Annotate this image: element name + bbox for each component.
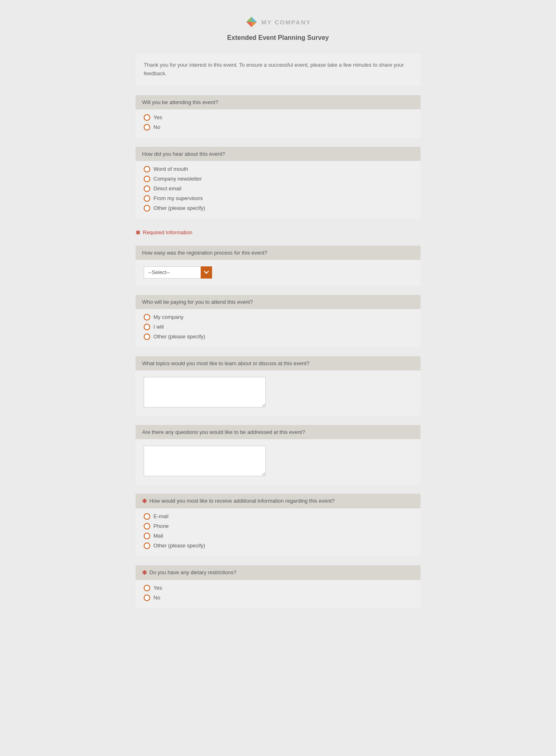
radio-option-q2-0[interactable]: Word of mouth (144, 166, 412, 172)
question-block-q4: Who will be paying for you to attend thi… (136, 295, 420, 347)
radio-option-q8-1[interactable]: No (144, 595, 412, 601)
question-text-q7: How would you most like to receive addit… (149, 498, 335, 504)
intro-text: Thank you for your interest in this even… (136, 54, 420, 85)
radio-label-q7-3: Other (please specify) (153, 542, 205, 549)
question-body-q5 (136, 370, 420, 416)
question-header-q7: ✻ How would you most like to receive add… (136, 494, 420, 508)
question-body-q3: --Select-- Very Easy Easy Neutral Diffic… (136, 260, 420, 286)
radio-option-q2-1[interactable]: Company newsletter (144, 176, 412, 182)
radio-circle-q2-0 (144, 166, 150, 172)
radio-option-q4-1[interactable]: I will (144, 324, 412, 330)
radio-circle-q7-2 (144, 533, 150, 539)
radio-option-q2-3[interactable]: From my supervisors (144, 195, 412, 202)
radio-circle-q8-0 (144, 585, 150, 591)
radio-option-q8-0[interactable]: Yes (144, 585, 412, 591)
radio-circle-q7-1 (144, 523, 150, 529)
radio-circle-q4-2 (144, 333, 150, 340)
radio-option-q7-2[interactable]: Mail (144, 533, 412, 539)
radio-label-q8-0: Yes (153, 585, 162, 591)
question-header-q6: Are there any questions you would like t… (136, 425, 420, 439)
required-info-line: ✻ Required Information (136, 228, 420, 237)
radio-circle-q2-4 (144, 205, 150, 211)
question-header-q5: What topics would you most like to learn… (136, 356, 420, 370)
question-header-q3: How easy was the registration process fo… (136, 246, 420, 260)
required-info-text: Required Information (143, 229, 192, 235)
logo-icon (245, 15, 258, 28)
radio-option-q1-1[interactable]: No (144, 124, 412, 131)
question-text-q3: How easy was the registration process fo… (142, 250, 267, 256)
required-star-q8: ✻ (142, 569, 147, 576)
radio-circle-q1-1 (144, 124, 150, 131)
radio-option-q4-0[interactable]: My company (144, 314, 412, 320)
question-block-q8: ✻ Do you have any dietary restrictions? … (136, 565, 420, 608)
textarea-q6[interactable] (144, 446, 266, 476)
question-body-q1: Yes No (136, 109, 420, 138)
question-text-q5: What topics would you most like to learn… (142, 360, 309, 366)
question-text-q8: Do you have any dietary restrictions? (149, 569, 236, 575)
question-text-q6: Are there any questions you would like t… (142, 429, 305, 435)
radio-circle-q4-1 (144, 324, 150, 330)
question-block-q7: ✻ How would you most like to receive add… (136, 494, 420, 556)
question-body-q8: Yes No (136, 580, 420, 608)
radio-circle-q7-0 (144, 513, 150, 520)
radio-label-q7-2: Mail (153, 533, 163, 539)
radio-circle-q1-0 (144, 114, 150, 121)
radio-option-q4-2[interactable]: Other (please specify) (144, 333, 412, 340)
radio-label-q2-2: Direct email (153, 185, 182, 192)
radio-option-q7-0[interactable]: E-mail (144, 513, 412, 520)
question-header-q4: Who will be paying for you to attend thi… (136, 295, 420, 309)
page-wrapper: MY COMPANY Extended Event Planning Surve… (127, 8, 429, 608)
radio-label-q8-1: No (153, 595, 160, 601)
required-star-q7: ✻ (142, 498, 147, 504)
radio-label-q4-0: My company (153, 314, 184, 320)
radio-label-q4-1: I will (153, 324, 164, 330)
question-block-q6: Are there any questions you would like t… (136, 425, 420, 485)
radio-option-q7-1[interactable]: Phone (144, 523, 412, 529)
radio-label-q1-0: Yes (153, 114, 162, 120)
radio-circle-q7-3 (144, 542, 150, 549)
question-block-q2: How did you hear about this event? Word … (136, 147, 420, 219)
question-header-q1: Will you be attending this event? (136, 95, 420, 109)
select-wrapper-q3: --Select-- Very Easy Easy Neutral Diffic… (144, 266, 412, 279)
radio-label-q2-3: From my supervisors (153, 195, 203, 201)
radio-circle-q8-1 (144, 595, 150, 601)
select-input-q3[interactable]: --Select-- Very Easy Easy Neutral Diffic… (144, 266, 201, 279)
radio-option-q1-0[interactable]: Yes (144, 114, 412, 121)
question-header-q2: How did you hear about this event? (136, 147, 420, 161)
radio-label-q4-2: Other (please specify) (153, 333, 205, 340)
question-text-q2: How did you hear about this event? (142, 151, 225, 157)
radio-circle-q2-1 (144, 176, 150, 182)
radio-circle-q4-0 (144, 314, 150, 320)
radio-label-q2-1: Company newsletter (153, 176, 202, 182)
radio-option-q2-4[interactable]: Other (please specify) (144, 205, 412, 211)
radio-label-q2-4: Other (please specify) (153, 205, 205, 211)
survey-title: Extended Event Planning Survey (136, 34, 420, 41)
radio-label-q1-1: No (153, 124, 160, 130)
question-body-q4: My company I will Other (please specify) (136, 309, 420, 347)
radio-circle-q2-3 (144, 195, 150, 202)
chevron-down-icon (204, 271, 209, 274)
question-block-q3: How easy was the registration process fo… (136, 246, 420, 286)
radio-label-q7-0: E-mail (153, 513, 169, 519)
question-body-q7: E-mail Phone Mail Other (please specify) (136, 508, 420, 556)
question-body-q6 (136, 439, 420, 485)
radio-label-q2-0: Word of mouth (153, 166, 188, 172)
question-header-q8: ✻ Do you have any dietary restrictions? (136, 565, 420, 580)
company-name: MY COMPANY (261, 19, 311, 26)
question-block-q1: Will you be attending this event? Yes No (136, 95, 420, 138)
required-info-star-icon: ✻ (136, 229, 140, 236)
question-body-q2: Word of mouth Company newsletter Direct … (136, 161, 420, 219)
header: MY COMPANY Extended Event Planning Surve… (136, 8, 420, 54)
radio-option-q7-3[interactable]: Other (please specify) (144, 542, 412, 549)
question-text-q1: Will you be attending this event? (142, 99, 218, 105)
radio-option-q2-2[interactable]: Direct email (144, 185, 412, 192)
logo-container: MY COMPANY (136, 15, 420, 28)
question-text-q4: Who will be paying for you to attend thi… (142, 299, 253, 305)
radio-label-q7-1: Phone (153, 523, 169, 529)
textarea-q5[interactable] (144, 377, 266, 407)
select-dropdown-button-q3[interactable] (201, 266, 212, 279)
question-block-q5: What topics would you most like to learn… (136, 356, 420, 416)
radio-circle-q2-2 (144, 185, 150, 192)
